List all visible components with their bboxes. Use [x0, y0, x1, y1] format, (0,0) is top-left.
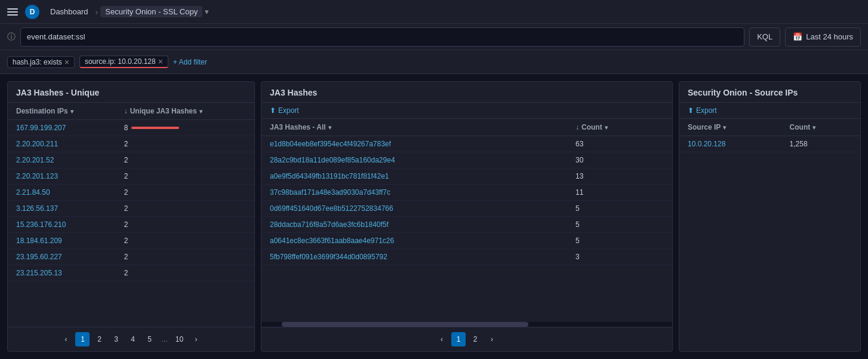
main-content: JA3 Hashes - Unique Destination IPs ▾ — [0, 74, 868, 359]
col-unique-ja3[interactable]: ↓ Unique JA3 Hashes ▾ — [116, 103, 254, 120]
table-row: 2.21.84.502 — [8, 185, 254, 201]
destination-ip-cell[interactable]: 2.20.201.52 — [8, 152, 116, 168]
col-count[interactable]: ↓ Count ▾ — [567, 119, 672, 136]
hash-cell[interactable]: 0d69ff451640d67ee8b5122752834766 — [261, 201, 567, 217]
panel-source-ips: Security Onion - Source IPs ⬆ Export Sou… — [679, 81, 861, 352]
page-1-button[interactable]: 1 — [75, 332, 90, 346]
table-row: e1d8b04eeb8ef3954ec4f49267a783ef63 — [261, 136, 672, 152]
destination-ip-cell[interactable]: 18.184.61.209 — [8, 233, 116, 249]
table-row: 23.195.60.2272 — [8, 249, 254, 265]
breadcrumb-separator: › — [96, 7, 99, 17]
table-row: 28ddacba716f8a57d6ae3fc6b1840f5f5 — [261, 217, 672, 233]
destination-ip-cell[interactable]: 3.126.56.137 — [8, 201, 116, 217]
col-dest-sort-icon: ▾ — [70, 108, 73, 115]
filter-tag-sourceip[interactable]: source.ip: 10.0.20.128 × — [79, 56, 168, 68]
panel-right-table-scroll[interactable]: Source IP ▾ Count ▾ 10.0.20.128 — [679, 119, 860, 351]
panel-left-table: Destination IPs ▾ ↓ Unique JA3 Hashes ▾ — [8, 103, 254, 281]
next-page-button[interactable]: › — [189, 332, 204, 346]
mid-prev-page-button[interactable]: ‹ — [435, 332, 449, 346]
col-source-ip-sort-icon: ▾ — [723, 124, 726, 131]
mid-page-1-button[interactable]: 1 — [451, 332, 466, 346]
panel-mid-pagination: ‹ 1 2 › — [261, 327, 672, 351]
panel-right-title: Security Onion - Source IPs — [679, 82, 860, 103]
page-5-button[interactable]: 5 — [142, 332, 156, 346]
search-input-wrap[interactable] — [20, 27, 744, 47]
right-export-icon: ⬆ — [688, 106, 694, 115]
filter-info-icon[interactable]: ⓘ — [7, 32, 16, 42]
unique-count-cell: 2 — [116, 249, 254, 265]
count-cell: 63 — [567, 136, 672, 152]
panel-ja3-unique: JA3 Hashes - Unique Destination IPs ▾ — [7, 81, 255, 352]
calendar-icon: 📅 — [793, 32, 802, 41]
destination-ip-cell[interactable]: 23.195.60.227 — [8, 249, 116, 265]
table-row: 23.215.205.132 — [8, 265, 254, 281]
time-picker[interactable]: 📅 Last 24 hours — [785, 27, 861, 47]
destination-ip-cell[interactable]: 2.20.201.123 — [8, 168, 116, 185]
count-cell: 5 — [567, 201, 672, 217]
col-ja3-all[interactable]: JA3 Hashes - All ▾ — [261, 119, 567, 136]
count-cell: 3 — [567, 249, 672, 265]
table-row: 37c98baaf171a48e3ad9030a7d43ff7c11 — [261, 185, 672, 201]
breadcrumb-dropdown-arrow[interactable]: ▾ — [205, 7, 209, 16]
table-row: 0d69ff451640d67ee8b51227528347665 — [261, 201, 672, 217]
destination-ip-cell[interactable]: 15.236.176.210 — [8, 217, 116, 233]
hash-cell[interactable]: a0641ec8ec3663f61aab8aae4e971c26 — [261, 233, 567, 249]
filter-tag-sourceip-close[interactable]: × — [158, 57, 163, 66]
mid-export-button[interactable]: ⬆ Export — [270, 106, 299, 115]
right-export-button[interactable]: ⬆ Export — [688, 106, 717, 115]
sort-asc-icon: ↓ — [124, 107, 128, 115]
unique-count-cell: 2 — [116, 136, 254, 152]
top-bar: D Dashboard › Security Onion - SSL Copy … — [0, 0, 868, 24]
page-2-button[interactable]: 2 — [92, 332, 106, 346]
time-picker-label: Last 24 hours — [806, 32, 853, 41]
page-3-button[interactable]: 3 — [109, 332, 123, 346]
kql-button[interactable]: KQL — [749, 27, 780, 47]
destination-ip-cell[interactable]: 2.21.84.50 — [8, 185, 116, 201]
mid-next-page-button[interactable]: › — [485, 332, 499, 346]
horizontal-scrollbar[interactable] — [261, 322, 672, 327]
export-icon: ⬆ — [270, 106, 276, 115]
filter-tag-ja3-close[interactable]: × — [64, 58, 69, 66]
hash-cell[interactable]: 28a2c9bd18a11de089ef85a160da29e4 — [261, 152, 567, 168]
table-row: a0641ec8ec3663f61aab8aae4e971c265 — [261, 233, 672, 249]
hash-cell[interactable]: 37c98baaf171a48e3ad9030a7d43ff7c — [261, 185, 567, 201]
panel-mid-title: JA3 Hashes — [261, 82, 672, 103]
panel-right-toolbar: ⬆ Export — [679, 103, 860, 119]
destination-ip-cell[interactable]: 167.99.199.207 — [8, 120, 116, 136]
search-input[interactable] — [27, 32, 738, 41]
source-ip-cell[interactable]: 10.0.20.128 — [679, 136, 781, 152]
panel-mid-table-scroll[interactable]: JA3 Hashes - All ▾ ↓ Count ▾ — [261, 119, 672, 322]
add-filter-button[interactable]: + Add filter — [173, 58, 207, 66]
page-4-button[interactable]: 4 — [125, 332, 140, 346]
hash-cell[interactable]: e1d8b04eeb8ef3954ec4f49267a783ef — [261, 136, 567, 152]
avatar: D — [25, 5, 39, 19]
table-row: 2.20.200.2112 — [8, 136, 254, 152]
breadcrumb-current[interactable]: Security Onion - SSL Copy — [100, 6, 202, 17]
filter-tag-ja3[interactable]: hash.ja3: exists × — [7, 56, 75, 68]
panel-mid-table: JA3 Hashes - All ▾ ↓ Count ▾ — [261, 119, 672, 265]
breadcrumb-dashboard[interactable]: Dashboard — [45, 6, 93, 17]
hash-cell[interactable]: 28ddacba716f8a57d6ae3fc6b1840f5f — [261, 217, 567, 233]
unique-count-cell: 8 — [116, 120, 254, 136]
filter-bar: ⓘ KQL 📅 Last 24 hours — [0, 24, 868, 50]
page-10-button[interactable]: 10 — [173, 332, 187, 346]
hash-cell[interactable]: a0e9f5d64349fb13191bc781f81f42e1 — [261, 168, 567, 185]
unique-count-cell: 2 — [116, 217, 254, 233]
destination-ip-cell[interactable]: 2.20.200.211 — [8, 136, 116, 152]
page-dots: ... — [159, 335, 170, 343]
count-cell: 5 — [567, 233, 672, 249]
table-row: 2.20.201.1232 — [8, 168, 254, 185]
col-destination-ips[interactable]: Destination IPs ▾ — [8, 103, 116, 120]
destination-ip-cell[interactable]: 23.215.205.13 — [8, 265, 116, 281]
mid-page-2-button[interactable]: 2 — [468, 332, 482, 346]
col-source-ip[interactable]: Source IP ▾ — [679, 119, 781, 136]
unique-count-cell: 2 — [116, 152, 254, 168]
panel-left-table-scroll[interactable]: Destination IPs ▾ ↓ Unique JA3 Hashes ▾ — [8, 103, 254, 327]
col-right-count[interactable]: Count ▾ — [781, 119, 860, 136]
mid-export-label: Export — [278, 106, 299, 115]
hamburger-icon[interactable] — [7, 8, 19, 16]
hash-cell[interactable]: 5fb798ffef091e3699f344d0d0895792 — [261, 249, 567, 265]
prev-page-button[interactable]: ‹ — [59, 332, 73, 346]
horizontal-scrollbar-thumb — [282, 322, 528, 327]
table-row: a0e9f5d64349fb13191bc781f81f42e113 — [261, 168, 672, 185]
